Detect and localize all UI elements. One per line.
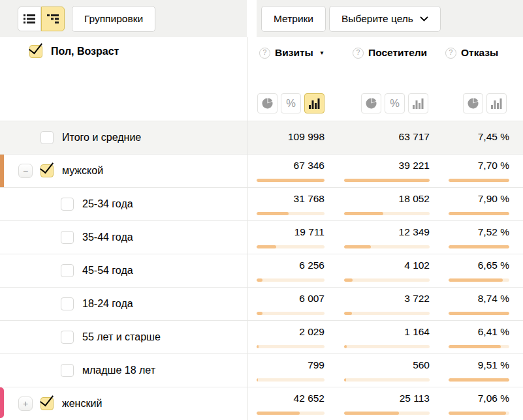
dimension-header: Пол, Возраст [29, 45, 119, 58]
visitors-percent-view-toggle[interactable]: % [385, 93, 405, 113]
bounce-cell: 8,74 % [449, 288, 509, 320]
value-bar [257, 345, 325, 348]
table-row: 55 лет и старше 2 029 1 164 6,41 % [0, 320, 523, 353]
groupings-button[interactable]: Группировки [72, 6, 155, 32]
percent-icon: % [286, 97, 296, 110]
visits-bars-view-toggle[interactable] [304, 93, 325, 113]
bounce-cell: 6,65 % [449, 254, 509, 287]
sort-desc-icon: ▼ [319, 50, 325, 56]
row-checkbox[interactable] [40, 164, 54, 177]
expand-button[interactable]: + [18, 397, 33, 411]
metrics-button[interactable]: Метрики [261, 6, 326, 32]
pane-divider [247, 37, 248, 420]
value-bar [344, 278, 430, 282]
column-header-bounce[interactable]: ? Отказы [445, 47, 498, 59]
select-all-checkbox[interactable] [29, 45, 42, 58]
visits-cell: 31 768 [257, 188, 325, 220]
value-bar [344, 179, 430, 182]
help-icon[interactable]: ? [353, 48, 364, 59]
row-label[interactable]: 55 лет и старше [82, 331, 161, 343]
tree-view-button[interactable] [41, 7, 65, 31]
row-label: Итого и средние [62, 132, 141, 143]
visits-cell: 6 256 [257, 254, 325, 287]
column-header-visits[interactable]: ? Визиты ▼ [259, 47, 325, 59]
visits-cell: 6 007 [257, 288, 325, 320]
collapse-button[interactable]: − [18, 164, 33, 178]
visitors-view-toggles: % [361, 93, 428, 113]
visitors-cell: 4 102 [344, 254, 430, 287]
flat-list-view-button[interactable] [18, 7, 41, 31]
row-checkbox[interactable] [61, 231, 74, 244]
row-label[interactable]: 45-54 года [82, 265, 133, 277]
row-checkbox[interactable] [40, 397, 54, 410]
pie-chart-icon [262, 98, 273, 109]
dimension-label: Пол, Возраст [51, 46, 119, 57]
value-bar [344, 245, 430, 248]
visits-pie-view-toggle[interactable] [257, 93, 277, 113]
row-label[interactable]: 18-24 года [82, 298, 133, 310]
table-row: + женский 42 652 25 113 7,06 % [0, 387, 523, 420]
visits-percent-view-toggle[interactable]: % [281, 93, 301, 113]
bounce-cell: 7,45 % [449, 121, 509, 154]
table-row: младше 18 лет 799 560 9,51 % [0, 353, 523, 387]
row-label[interactable]: мужской [62, 165, 103, 177]
pane-gap [247, 0, 257, 37]
series-color-marker [0, 387, 4, 418]
value-bar [257, 312, 325, 315]
visits-cell: 799 [257, 354, 325, 387]
column-title: Отказы [461, 47, 498, 59]
bounce-cell: 7,52 % [449, 221, 509, 254]
visitors-bars-view-toggle[interactable] [408, 93, 428, 113]
visitors-cell: 18 052 [344, 188, 430, 220]
value-bar [257, 278, 325, 282]
column-header-visitors[interactable]: ? Посетители [353, 47, 427, 59]
goal-select-button[interactable]: Выберите цель [329, 6, 441, 32]
visitors-pie-view-toggle[interactable] [361, 93, 381, 113]
visitors-cell: 39 221 [344, 155, 430, 187]
bounce-view-toggles [463, 93, 507, 113]
table-row: 18-24 года 6 007 3 722 8,74 % [0, 287, 523, 320]
value-bar [449, 345, 509, 348]
goal-select-label: Выберите цель [341, 13, 413, 25]
bounce-cell: 9,51 % [449, 354, 509, 387]
row-checkbox[interactable] [61, 297, 74, 310]
value-bar [344, 312, 430, 315]
visits-cell: 42 652 [257, 387, 325, 420]
row-checkbox[interactable] [40, 131, 54, 144]
row-label[interactable]: младше 18 лет [82, 365, 155, 376]
value-bar [257, 245, 325, 248]
value-bar [344, 212, 430, 215]
value-bar [449, 212, 509, 215]
value-bar [449, 245, 509, 248]
value-bar [344, 412, 430, 415]
column-title: Визиты [275, 47, 313, 59]
bounce-cell: 7,06 % [449, 387, 509, 420]
tree-icon [47, 14, 59, 23]
table-row: − мужской 67 346 39 221 7,70 % [0, 154, 523, 187]
bounce-pie-view-toggle[interactable] [463, 93, 483, 113]
value-bar [344, 378, 430, 382]
value-bar [257, 412, 325, 415]
row-checkbox[interactable] [61, 364, 74, 377]
row-checkbox[interactable] [61, 331, 74, 344]
row-label[interactable]: 35-44 года [82, 232, 133, 243]
visitors-cell: 63 717 [344, 121, 430, 154]
pie-chart-icon [366, 98, 377, 109]
bounce-bars-view-toggle[interactable] [486, 93, 507, 113]
value-bar [344, 345, 430, 348]
row-checkbox[interactable] [61, 198, 74, 211]
help-icon[interactable]: ? [259, 48, 270, 59]
value-bar [257, 212, 325, 215]
help-icon[interactable]: ? [445, 48, 456, 59]
visitors-cell: 1 164 [344, 321, 430, 353]
row-label[interactable]: 25-34 года [82, 198, 133, 210]
bounce-cell: 6,41 % [449, 321, 509, 353]
visits-cell: 19 711 [257, 221, 325, 254]
row-checkbox[interactable] [61, 264, 74, 277]
chevron-down-icon [420, 16, 428, 22]
value-bar [257, 179, 325, 182]
visitors-cell: 560 [344, 354, 430, 387]
series-color-marker [0, 155, 4, 187]
value-bar [449, 179, 509, 182]
row-label[interactable]: женский [62, 398, 102, 410]
